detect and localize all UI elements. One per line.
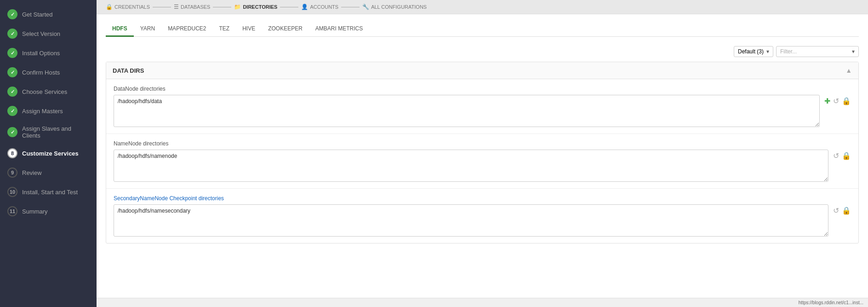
step-icon-customize-services: 8 xyxy=(7,148,17,158)
sidebar-label-confirm-hosts: Confirm Hosts xyxy=(22,69,60,76)
wizard-step-all-configurations[interactable]: 🔧ALL CONFIGURATIONS xyxy=(362,4,427,10)
wizard-step-icon-directories: 📁 xyxy=(234,4,241,10)
filter-input-container[interactable]: Filter... ▾ xyxy=(776,46,859,57)
wizard-step-label-databases: DATABASES xyxy=(181,4,210,10)
dir-row-secondary-namenode: ↺🔒 xyxy=(114,204,851,237)
dir-textarea-namenode[interactable] xyxy=(114,150,828,182)
refresh-dir-button-secondary-namenode[interactable]: ↺ xyxy=(833,206,839,215)
step-icon-install-options: ✓ xyxy=(7,48,17,58)
filter-arrow-icon: ▾ xyxy=(852,48,855,55)
step-icon-confirm-hosts: ✓ xyxy=(7,67,17,77)
lock-dir-button-secondary-namenode[interactable]: 🔒 xyxy=(842,206,851,215)
dir-label-datanode: DataNode directories xyxy=(114,86,851,92)
sidebar-label-assign-masters: Assign Masters xyxy=(22,108,63,115)
sidebar-label-get-started: Get Started xyxy=(22,11,52,18)
lock-dir-button-datanode[interactable]: 🔒 xyxy=(842,97,851,105)
add-dir-button-datanode[interactable]: ✚ xyxy=(824,97,830,105)
sidebar-label-assign-slaves: Assign Slaves and Clients xyxy=(22,125,89,139)
wizard-step-databases[interactable]: ☰DATABASES xyxy=(174,4,210,10)
dir-actions-datanode: ✚↺🔒 xyxy=(824,95,851,105)
dir-fields: DataNode directories✚↺🔒NameNode director… xyxy=(106,79,858,243)
dir-field-namenode: NameNode directories↺🔒 xyxy=(106,134,858,189)
refresh-dir-button-datanode[interactable]: ↺ xyxy=(833,97,839,105)
collapse-icon[interactable]: ▲ xyxy=(845,67,852,74)
sidebar-item-assign-slaves[interactable]: ✓Assign Slaves and Clients xyxy=(0,121,97,144)
wizard-step-icon-credentials: 🔒 xyxy=(106,4,113,10)
default-select-label: Default (3) xyxy=(738,48,764,55)
service-tabs: HDFSYARNMAPREDUCE2TEZHIVEZOOKEEPERAMBARI… xyxy=(106,22,859,37)
lock-dir-button-namenode[interactable]: 🔒 xyxy=(842,151,851,160)
status-bar: https://blogs.rddin.net/c1...inst... xyxy=(97,298,868,307)
sidebar-label-review: Review xyxy=(22,169,42,176)
sidebar-label-summary: Summary xyxy=(22,208,48,215)
wizard-step-icon-accounts: 👤 xyxy=(301,4,308,10)
dir-textarea-secondary-namenode[interactable] xyxy=(114,204,828,237)
status-url: https://blogs.rddin.net/c1...inst... xyxy=(799,300,863,305)
data-dirs-section: DATA DIRS ▲ DataNode directories✚↺🔒NameN… xyxy=(106,62,859,243)
tab-hdfs[interactable]: HDFS xyxy=(106,22,134,37)
sidebar-item-install-options[interactable]: ✓Install Options xyxy=(0,43,97,63)
step-icon-install-start-test: 10 xyxy=(7,187,17,197)
wizard-step-accounts[interactable]: 👤ACCOUNTS xyxy=(301,4,338,10)
dir-field-secondary-namenode: SecondaryNameNode Checkpoint directories… xyxy=(106,189,858,243)
sidebar-label-install-options: Install Options xyxy=(22,50,60,57)
step-icon-review: 9 xyxy=(7,168,17,178)
sidebar-item-summary[interactable]: 11Summary xyxy=(0,202,97,221)
dir-label-secondary-namenode: SecondaryNameNode Checkpoint directories xyxy=(114,195,851,202)
wizard-step-label-directories: DIRECTORIES xyxy=(243,4,277,10)
sidebar: ✓Get Started✓Select Version✓Install Opti… xyxy=(0,0,97,307)
step-icon-assign-slaves: ✓ xyxy=(7,127,17,137)
sidebar-item-install-start-test[interactable]: 10Install, Start and Test xyxy=(0,182,97,202)
sidebar-label-install-start-test: Install, Start and Test xyxy=(22,189,78,196)
dir-actions-secondary-namenode: ↺🔒 xyxy=(833,204,851,215)
tab-yarn[interactable]: YARN xyxy=(134,22,161,37)
filter-row: Default (3) ▾ Filter... ▾ xyxy=(106,46,859,57)
sidebar-label-customize-services: Customize Services xyxy=(22,150,79,157)
sidebar-item-assign-masters[interactable]: ✓Assign Masters xyxy=(0,101,97,121)
sidebar-item-choose-services[interactable]: ✓Choose Services xyxy=(0,82,97,101)
wizard-step-label-all-configurations: ALL CONFIGURATIONS xyxy=(371,4,427,10)
dir-textarea-datanode[interactable] xyxy=(114,95,820,127)
sidebar-item-get-started[interactable]: ✓Get Started xyxy=(0,5,97,24)
step-icon-assign-masters: ✓ xyxy=(7,106,17,116)
tab-hive[interactable]: HIVE xyxy=(236,22,262,37)
sidebar-item-customize-services[interactable]: 8Customize Services xyxy=(0,144,97,163)
wizard-step-credentials[interactable]: 🔒CREDENTIALS xyxy=(106,4,150,10)
dir-row-datanode: ✚↺🔒 xyxy=(114,95,851,127)
sidebar-label-choose-services: Choose Services xyxy=(22,88,67,95)
sidebar-item-select-version[interactable]: ✓Select Version xyxy=(0,24,97,43)
sidebar-label-select-version: Select Version xyxy=(22,30,60,37)
default-select[interactable]: Default (3) ▾ xyxy=(734,46,773,57)
wizard-step-icon-databases: ☰ xyxy=(174,4,179,10)
tab-zookeeper[interactable]: ZOOKEEPER xyxy=(262,22,309,37)
tab-ambari-metrics[interactable]: AMBARI METRICS xyxy=(309,22,369,37)
tab-mapreduce2[interactable]: MAPREDUCE2 xyxy=(161,22,212,37)
wizard-separator-2 xyxy=(213,7,231,7)
tab-tez[interactable]: TEZ xyxy=(212,22,236,37)
filter-placeholder: Filter... xyxy=(780,48,797,55)
dir-field-datanode: DataNode directories✚↺🔒 xyxy=(106,79,858,134)
step-icon-summary: 11 xyxy=(7,206,17,216)
wizard-nav: 🔒CREDENTIALS☰DATABASES📁DIRECTORIES👤ACCOU… xyxy=(97,0,868,14)
step-icon-get-started: ✓ xyxy=(7,9,17,19)
section-header: DATA DIRS ▲ xyxy=(106,62,858,79)
wizard-separator-1 xyxy=(153,7,171,7)
refresh-dir-button-namenode[interactable]: ↺ xyxy=(833,151,839,160)
wizard-step-label-accounts: ACCOUNTS xyxy=(310,4,338,10)
wizard-step-icon-all-configurations: 🔧 xyxy=(362,4,369,10)
dir-label-namenode: NameNode directories xyxy=(114,140,851,147)
wizard-step-label-credentials: CREDENTIALS xyxy=(114,4,150,10)
wizard-separator-4 xyxy=(341,7,360,7)
step-icon-select-version: ✓ xyxy=(7,29,17,39)
step-icon-choose-services: ✓ xyxy=(7,87,17,97)
dir-row-namenode: ↺🔒 xyxy=(114,150,851,182)
content-area: HDFSYARNMAPREDUCE2TEZHIVEZOOKEEPERAMBARI… xyxy=(97,14,868,298)
wizard-separator-3 xyxy=(280,7,298,7)
default-select-arrow-icon: ▾ xyxy=(766,48,769,55)
dir-actions-namenode: ↺🔒 xyxy=(833,150,851,160)
sidebar-item-confirm-hosts[interactable]: ✓Confirm Hosts xyxy=(0,63,97,82)
main-content: 🔒CREDENTIALS☰DATABASES📁DIRECTORIES👤ACCOU… xyxy=(97,0,868,307)
wizard-step-directories[interactable]: 📁DIRECTORIES xyxy=(234,4,277,10)
section-title: DATA DIRS xyxy=(113,67,144,74)
sidebar-item-review[interactable]: 9Review xyxy=(0,163,97,182)
